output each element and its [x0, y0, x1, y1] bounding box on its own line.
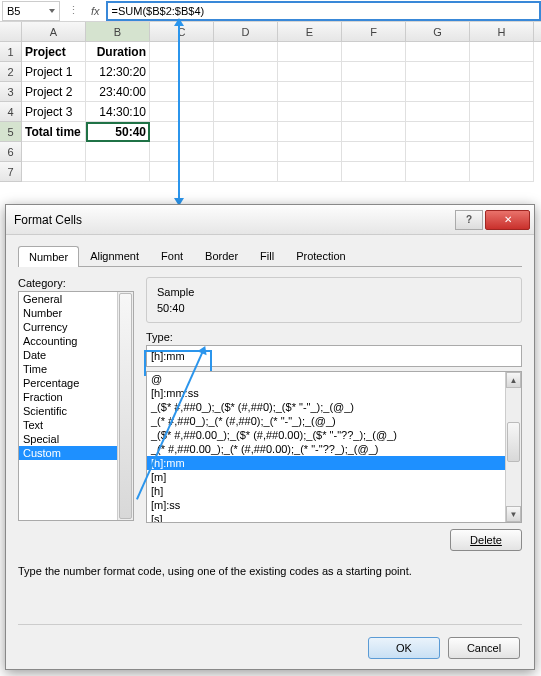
- close-button[interactable]: ✕: [485, 210, 530, 230]
- category-item[interactable]: Accounting: [19, 334, 133, 348]
- formula-input[interactable]: =SUM($B$2:$B$4): [106, 1, 541, 21]
- cell[interactable]: [86, 142, 150, 162]
- cell[interactable]: [214, 142, 278, 162]
- cell[interactable]: [150, 82, 214, 102]
- cell[interactable]: [214, 122, 278, 142]
- row-header[interactable]: 1: [0, 42, 22, 62]
- cell[interactable]: Project 2: [22, 82, 86, 102]
- cell[interactable]: [150, 122, 214, 142]
- row-header[interactable]: 6: [0, 142, 22, 162]
- scrollbar-thumb[interactable]: [119, 293, 132, 519]
- cell[interactable]: Project 3: [22, 102, 86, 122]
- cell[interactable]: [278, 82, 342, 102]
- format-item[interactable]: _($* #,##0_);_($* (#,##0);_($* "-"_);_(@…: [147, 400, 505, 414]
- category-item[interactable]: Number: [19, 306, 133, 320]
- category-item[interactable]: Scientific: [19, 404, 133, 418]
- row-header[interactable]: 3: [0, 82, 22, 102]
- format-item[interactable]: @: [147, 372, 505, 386]
- cell[interactable]: [278, 142, 342, 162]
- format-list[interactable]: @[h]:mm:ss_($* #,##0_);_($* (#,##0);_($*…: [146, 371, 522, 523]
- format-item[interactable]: [m]:ss: [147, 498, 505, 512]
- category-item[interactable]: Fraction: [19, 390, 133, 404]
- cell[interactable]: [342, 162, 406, 182]
- tab-border[interactable]: Border: [194, 245, 249, 266]
- fx-icon[interactable]: fx: [85, 5, 106, 17]
- cell[interactable]: 14:30:10: [86, 102, 150, 122]
- cell[interactable]: [470, 122, 534, 142]
- scrollbar-thumb[interactable]: [507, 422, 520, 462]
- select-all-corner[interactable]: [0, 22, 22, 41]
- cell[interactable]: [278, 102, 342, 122]
- tab-alignment[interactable]: Alignment: [79, 245, 150, 266]
- cell[interactable]: [470, 42, 534, 62]
- cell[interactable]: [406, 62, 470, 82]
- cell[interactable]: [214, 162, 278, 182]
- cell[interactable]: [278, 122, 342, 142]
- cell[interactable]: [22, 142, 86, 162]
- col-header[interactable]: G: [406, 22, 470, 41]
- cell[interactable]: [150, 42, 214, 62]
- help-button[interactable]: ?: [455, 210, 483, 230]
- category-item[interactable]: Time: [19, 362, 133, 376]
- cell[interactable]: [214, 42, 278, 62]
- cell[interactable]: [150, 142, 214, 162]
- scrollbar[interactable]: ▲ ▼: [505, 372, 521, 522]
- col-header[interactable]: H: [470, 22, 534, 41]
- tab-number[interactable]: Number: [18, 246, 79, 267]
- cell[interactable]: Project 1: [22, 62, 86, 82]
- cell[interactable]: [150, 162, 214, 182]
- col-header[interactable]: D: [214, 22, 278, 41]
- tab-fill[interactable]: Fill: [249, 245, 285, 266]
- cell[interactable]: [406, 102, 470, 122]
- tab-protection[interactable]: Protection: [285, 245, 357, 266]
- format-item[interactable]: [m]: [147, 470, 505, 484]
- format-item[interactable]: [h]: [147, 484, 505, 498]
- category-item[interactable]: Special: [19, 432, 133, 446]
- cell[interactable]: [214, 102, 278, 122]
- cell[interactable]: [214, 62, 278, 82]
- cell[interactable]: [342, 42, 406, 62]
- category-item[interactable]: Currency: [19, 320, 133, 334]
- col-header[interactable]: E: [278, 22, 342, 41]
- cell[interactable]: [278, 162, 342, 182]
- cancel-button[interactable]: Cancel: [448, 637, 520, 659]
- category-item[interactable]: Date: [19, 348, 133, 362]
- tab-font[interactable]: Font: [150, 245, 194, 266]
- category-item[interactable]: Custom: [19, 446, 133, 460]
- cell[interactable]: [406, 142, 470, 162]
- cell[interactable]: 23:40:00: [86, 82, 150, 102]
- row-header[interactable]: 5: [0, 122, 22, 142]
- scroll-up-button[interactable]: ▲: [506, 372, 521, 388]
- cell[interactable]: [22, 162, 86, 182]
- cell[interactable]: 12:30:20: [86, 62, 150, 82]
- row-header[interactable]: 7: [0, 162, 22, 182]
- cell[interactable]: [150, 102, 214, 122]
- format-item[interactable]: _(* #,##0.00_);_(* (#,##0.00);_(* "-"??_…: [147, 442, 505, 456]
- row-header[interactable]: 4: [0, 102, 22, 122]
- category-item[interactable]: Percentage: [19, 376, 133, 390]
- cell[interactable]: [406, 42, 470, 62]
- cell[interactable]: [214, 82, 278, 102]
- format-item[interactable]: [s]: [147, 512, 505, 523]
- format-item[interactable]: [h]:mm:ss: [147, 386, 505, 400]
- cell[interactable]: [342, 102, 406, 122]
- cell[interactable]: [342, 82, 406, 102]
- cell[interactable]: 50:40: [86, 122, 150, 142]
- cell[interactable]: [278, 42, 342, 62]
- format-item[interactable]: _(* #,##0_);_(* (#,##0);_(* "-"_);_(@_): [147, 414, 505, 428]
- format-item[interactable]: _($* #,##0.00_);_($* (#,##0.00);_($* "-"…: [147, 428, 505, 442]
- cell[interactable]: [86, 162, 150, 182]
- col-header[interactable]: F: [342, 22, 406, 41]
- cell[interactable]: [342, 122, 406, 142]
- col-header[interactable]: B: [86, 22, 150, 41]
- category-item[interactable]: General: [19, 292, 133, 306]
- category-list[interactable]: GeneralNumberCurrencyAccountingDateTimeP…: [18, 291, 134, 521]
- ok-button[interactable]: OK: [368, 637, 440, 659]
- cell[interactable]: [150, 62, 214, 82]
- cell[interactable]: Total time: [22, 122, 86, 142]
- category-item[interactable]: Text: [19, 418, 133, 432]
- chevron-down-icon[interactable]: [49, 9, 55, 13]
- row-header[interactable]: 2: [0, 62, 22, 82]
- cell[interactable]: [470, 162, 534, 182]
- cell[interactable]: [470, 82, 534, 102]
